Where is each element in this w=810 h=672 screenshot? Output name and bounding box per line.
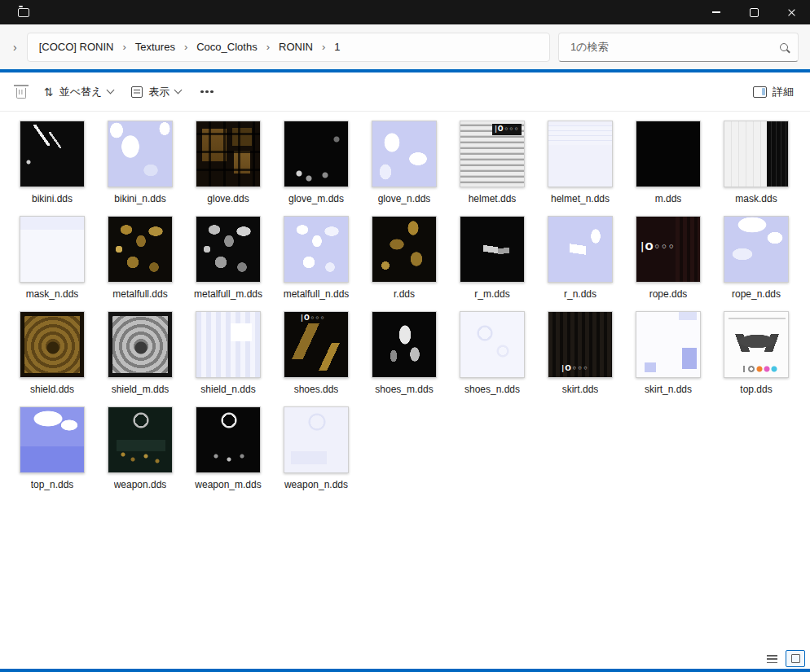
chevron-right-icon: › (178, 41, 193, 53)
file-name-label: metalfull_n.dds (284, 288, 350, 300)
file-item[interactable]: glove.dds (184, 121, 272, 216)
delete-button[interactable] (8, 78, 34, 106)
file-thumbnail (284, 406, 349, 473)
trash-icon (16, 88, 26, 99)
file-thumbnail (724, 216, 789, 283)
file-thumbnail (372, 121, 437, 187)
file-item[interactable]: shield.dds (8, 311, 96, 406)
sort-arrows-icon: ⇅ (44, 86, 54, 98)
file-item[interactable]: rope_n.dds (712, 216, 800, 311)
file-item[interactable]: metalfull.dds (96, 216, 184, 311)
title-bar (0, 0, 810, 24)
command-toolbar: ⇅ 並べ替え 表示 詳細 (0, 72, 810, 112)
file-thumbnail (548, 311, 613, 378)
file-thumbnail (724, 311, 789, 378)
view-button[interactable]: 表示 (123, 78, 189, 106)
file-item[interactable]: weapon.dds (96, 406, 184, 502)
file-item[interactable]: glove_m.dds (272, 121, 360, 216)
file-item[interactable]: metalfull_n.dds (272, 216, 360, 311)
file-item[interactable]: mask_n.dds (8, 216, 96, 311)
breadcrumb: [COCO] RONIN›Textures›Coco_Cloths›RONIN›… (27, 33, 550, 62)
file-item[interactable]: shoes_n.dds (448, 311, 536, 406)
chevron-right-icon: › (316, 41, 331, 53)
file-item[interactable]: top_n.dds (8, 406, 96, 502)
file-item[interactable]: weapon_m.dds (184, 406, 272, 502)
file-item[interactable]: glove_n.dds (360, 121, 448, 216)
file-thumbnail (20, 216, 85, 283)
file-thumbnail (636, 311, 701, 378)
file-thumbnail (20, 406, 85, 473)
file-thumbnail (108, 311, 173, 378)
file-thumbnail (548, 121, 613, 187)
file-name-label: top_n.dds (31, 479, 74, 490)
file-thumbnail (636, 121, 701, 187)
file-name-label: helmet.dds (469, 193, 517, 204)
file-item[interactable]: mask.dds (712, 121, 800, 216)
sort-button-label: 並べ替え (59, 85, 103, 99)
file-item[interactable]: bikini.dds (8, 121, 96, 216)
details-button[interactable]: 詳細 (745, 78, 802, 106)
large-icons-view-button[interactable] (786, 650, 805, 667)
file-name-label: bikini_n.dds (114, 193, 165, 204)
file-item[interactable]: shield_n.dds (184, 311, 272, 406)
file-thumbnail (724, 121, 789, 187)
file-thumbnail (460, 121, 525, 187)
file-name-label: shield_n.dds (200, 384, 255, 395)
file-item[interactable]: metalfull_m.dds (184, 216, 272, 311)
file-item[interactable]: r.dds (360, 216, 448, 311)
file-thumbnail (20, 121, 85, 187)
file-thumbnail (196, 406, 261, 473)
file-item[interactable]: shoes_m.dds (360, 311, 448, 406)
status-view-toggles (758, 650, 805, 667)
file-item[interactable]: shoes.dds (272, 311, 360, 406)
file-name-label: glove.dds (207, 193, 249, 204)
file-name-label: top.dds (740, 384, 772, 395)
file-name-label: r.dds (394, 288, 415, 300)
file-name-label: glove_m.dds (288, 193, 344, 204)
sort-button[interactable]: ⇅ 並べ替え (36, 78, 121, 106)
minimize-icon (712, 11, 720, 12)
chevron-right-icon: › (117, 41, 131, 53)
file-thumbnail (284, 216, 349, 283)
file-name-label: rope.dds (649, 288, 688, 300)
chevron-down-icon (107, 86, 115, 94)
file-item[interactable]: r_n.dds (536, 216, 624, 311)
file-item[interactable]: bikini_n.dds (96, 121, 184, 216)
file-item[interactable]: skirt_n.dds (624, 311, 712, 406)
file-thumbnail (196, 216, 261, 283)
file-thumbnail (636, 216, 701, 283)
file-item[interactable]: top.dds (712, 311, 800, 406)
close-icon (787, 8, 796, 17)
file-item[interactable]: helmet.dds (448, 121, 536, 216)
file-thumbnail (372, 311, 437, 378)
list-view-button[interactable] (762, 650, 781, 667)
file-item[interactable]: helmet_n.dds (536, 121, 624, 216)
breadcrumb-item[interactable]: RONIN (275, 38, 316, 55)
breadcrumb-item[interactable]: Coco_Cloths (193, 38, 260, 55)
file-name-label: shoes.dds (294, 384, 339, 395)
breadcrumb-item[interactable]: 1 (331, 38, 343, 55)
more-button[interactable] (191, 78, 223, 106)
address-row: › [COCO] RONIN›Textures›Coco_Cloths›RONI… (0, 24, 810, 69)
breadcrumb-overflow-chevron-icon[interactable]: › (11, 41, 19, 54)
search-input[interactable] (569, 40, 773, 54)
file-name-label: rope_n.dds (732, 288, 781, 300)
file-item[interactable]: m.dds (624, 121, 712, 216)
file-name-label: mask.dds (735, 193, 777, 204)
close-button[interactable] (773, 0, 810, 24)
file-item[interactable]: r_m.dds (448, 216, 536, 311)
minimize-button[interactable] (698, 0, 735, 24)
file-thumbnail (108, 406, 173, 473)
file-item[interactable]: skirt.dds (536, 311, 624, 406)
file-thumbnail (548, 216, 613, 283)
file-item[interactable]: weapon_n.dds (272, 406, 360, 502)
breadcrumb-item[interactable]: Textures (132, 38, 178, 55)
file-item[interactable]: rope.dds (624, 216, 712, 311)
maximize-icon (750, 8, 759, 17)
chevron-down-icon (174, 86, 183, 94)
file-item[interactable]: shield_m.dds (96, 311, 184, 406)
file-name-label: shield_m.dds (112, 384, 169, 395)
file-name-label: r_m.dds (474, 288, 509, 300)
breadcrumb-item[interactable]: [COCO] RONIN (36, 38, 117, 55)
maximize-button[interactable] (735, 0, 773, 24)
